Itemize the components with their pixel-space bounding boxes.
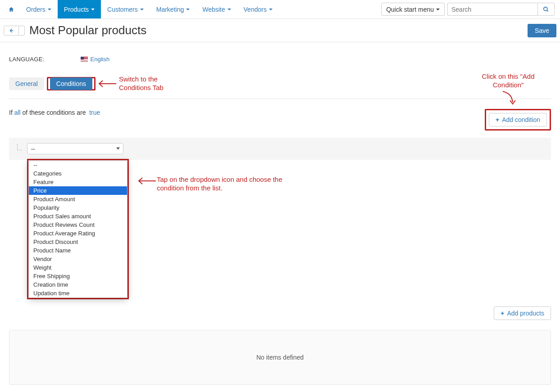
nav-orders[interactable]: Orders [20, 0, 58, 18]
condition-option[interactable]: Product Average Rating [29, 229, 127, 238]
save-button[interactable]: Save [528, 24, 556, 37]
arrow-left-icon [9, 28, 14, 33]
chevron-down-icon [228, 9, 231, 10]
search-icon [543, 6, 549, 13]
back-dropdown[interactable] [19, 26, 25, 36]
annotation-switch-tab: Switch to the Conditions Tab [119, 75, 191, 92]
search-input[interactable] [447, 3, 537, 16]
home-icon [8, 6, 14, 13]
annotation-highlight-add-condition: + Add condition [485, 109, 551, 131]
nav-vendors[interactable]: Vendors [237, 0, 279, 18]
chevron-down-icon [269, 9, 273, 10]
condition-option[interactable]: Free Shipping [29, 272, 127, 280]
svg-line-1 [547, 10, 548, 11]
chevron-down-icon [436, 9, 440, 10]
condition-option[interactable]: Product Reviews Count [29, 221, 127, 229]
condition-option[interactable]: Popularity [29, 203, 127, 212]
condition-option[interactable]: Vendor [29, 255, 127, 263]
language-value: English [91, 56, 110, 63]
condition-all-dropdown[interactable]: all [14, 109, 23, 116]
condition-option[interactable]: -- [29, 161, 127, 169]
annotation-choose-dropdown: Tap on the dropdown icon and choose the … [157, 175, 292, 193]
condition-type-options[interactable]: --CategoriesFeaturePriceProduct AmountPo… [28, 160, 127, 298]
nav-customers[interactable]: Customers [101, 0, 150, 18]
condition-option[interactable]: Categories [29, 169, 127, 178]
condition-option[interactable]: Updation time [29, 289, 127, 297]
condition-row: -- [9, 138, 551, 160]
condition-true-dropdown[interactable]: true [89, 109, 100, 116]
condition-sentence: If all of these conditions are true [9, 109, 100, 116]
flag-us-icon [81, 57, 88, 62]
add-products-button[interactable]: + Add products [494, 306, 551, 320]
chevron-down-icon [186, 9, 190, 10]
annotation-highlight-tab: Conditions [47, 77, 96, 90]
condition-option[interactable]: Weight [29, 263, 127, 272]
condition-option[interactable]: Product Amount [29, 195, 127, 203]
chevron-down-icon [48, 9, 51, 10]
arrow-left-icon [137, 175, 157, 187]
plus-icon: + [501, 310, 504, 317]
search-button[interactable] [537, 3, 555, 16]
add-condition-button[interactable]: + Add condition [489, 113, 547, 126]
tab-conditions[interactable]: Conditions [50, 77, 92, 90]
annotation-highlight-dropdown: --CategoriesFeaturePriceProduct AmountPo… [27, 159, 129, 299]
nav-website[interactable]: Website [196, 0, 237, 18]
nav-marketing[interactable]: Marketing [150, 0, 196, 18]
condition-option[interactable]: Product Name [29, 246, 127, 255]
condition-option[interactable]: Product Sales amount [29, 212, 127, 221]
chevron-down-icon [140, 9, 144, 10]
arrow-left-icon [97, 78, 117, 90]
condition-option[interactable]: Feature [29, 178, 127, 186]
tab-general[interactable]: General [9, 77, 44, 90]
language-selector[interactable]: English [81, 56, 112, 63]
page-title: Most Popular products [29, 23, 528, 37]
nav-products[interactable]: Products [58, 0, 101, 18]
arrow-down-icon [500, 90, 516, 105]
quick-start-menu[interactable]: Quick start menu [381, 3, 445, 16]
tree-connector-icon [17, 144, 22, 150]
language-label: LANGUAGE: [9, 56, 45, 63]
svg-point-0 [544, 7, 547, 10]
no-items-message: No items defined [9, 330, 551, 385]
condition-option[interactable]: Creation time [29, 280, 127, 289]
plus-icon: + [496, 116, 499, 123]
chevron-down-icon [91, 9, 95, 10]
condition-option[interactable]: Product Discount [29, 238, 127, 246]
condition-option[interactable]: Price [29, 186, 127, 195]
nav-home[interactable] [3, 0, 20, 18]
annotation-click-add: Click on this "Add Condition" [470, 72, 546, 90]
back-button[interactable] [4, 26, 19, 36]
condition-type-select[interactable]: -- [27, 143, 123, 154]
